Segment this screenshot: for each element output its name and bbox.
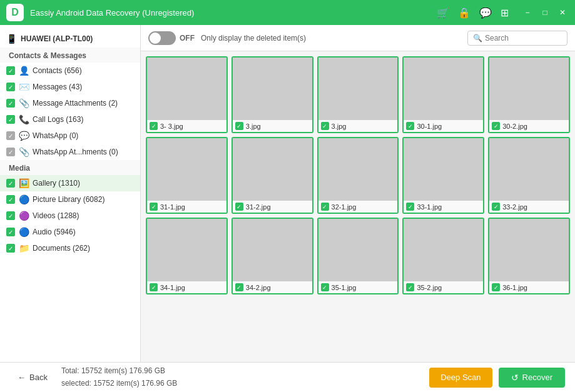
close-button[interactable]: ✕ [556, 6, 569, 19]
toolbar-icons: 🛒 🔒 💬 ⊞ [437, 7, 509, 19]
image-cell[interactable]: 33-2.jpg [488, 137, 570, 214]
image-checkbox[interactable] [235, 122, 243, 130]
checkbox-audio [6, 228, 15, 236]
back-arrow-icon: ← [18, 373, 26, 382]
image-checkbox[interactable] [492, 283, 500, 291]
toggle-thumb [150, 33, 161, 44]
recover-button[interactable]: ↺ Recover [499, 368, 565, 388]
section-contacts-messages: Contacts & Messages [0, 48, 140, 63]
titlebar: D Eassiy Android Data Recovery (Unregist… [0, 0, 575, 25]
image-checkbox[interactable] [406, 203, 414, 211]
minimize-button[interactable]: − [521, 6, 534, 19]
stats-info: Total: 15752 item(s) 176.96 GB selected:… [61, 365, 177, 389]
checkbox-documents [6, 244, 15, 253]
image-filename: 33-2.jpg [502, 203, 527, 211]
topbar: OFF Only display the deleted item(s) 🔍 [141, 25, 575, 51]
checkbox-videos [6, 211, 15, 220]
picture-library-icon: 🔵 [19, 194, 29, 204]
action-buttons: Deep Scan ↺ Recover [429, 368, 565, 388]
image-cell[interactable]: 31-2.jpg [232, 137, 313, 214]
sidebar-item-messages[interactable]: ✉️ Messages (43) [0, 79, 140, 95]
sidebar-item-picture-library[interactable]: 🔵 Picture Library (6082) [0, 191, 140, 208]
sidebar-item-msg-attachments[interactable]: 📎 Message Attachments (2) [0, 95, 140, 111]
sidebar-item-whatsapp[interactable]: 💬 WhatsApp (0) [0, 128, 140, 144]
image-cell[interactable]: 33-1.jpg [402, 137, 484, 214]
checkbox-contacts [6, 66, 15, 75]
image-cell[interactable]: 3.jpg [317, 56, 399, 133]
whatsapp-icon: 💬 [19, 131, 29, 141]
image-cell[interactable]: 35-2.jpg [402, 218, 484, 294]
phone-icon: 📱 [6, 34, 17, 44]
image-checkbox[interactable] [321, 283, 329, 291]
image-thumbnail [489, 58, 569, 120]
image-thumbnail [233, 219, 312, 281]
attachment-icon: 📎 [19, 98, 29, 108]
sidebar-item-gallery[interactable]: 🖼️ Gallery (1310) [0, 175, 140, 191]
image-cell[interactable]: 3.jpg [232, 56, 313, 133]
image-thumbnail [318, 58, 398, 120]
checkbox-whatsapp-attachments [6, 148, 15, 156]
image-cell[interactable]: 3- 3.jpg [146, 56, 228, 133]
image-cell[interactable]: 30-2.jpg [488, 56, 570, 133]
whatsapp-attachment-icon: 📎 [19, 147, 29, 157]
grid-icon[interactable]: ⊞ [501, 7, 509, 19]
image-cell[interactable]: 35-1.jpg [317, 218, 399, 294]
image-checkbox[interactable] [235, 203, 243, 211]
search-box[interactable]: 🔍 [467, 31, 567, 46]
sidebar-item-audio[interactable]: 🔵 Audio (5946) [0, 224, 140, 240]
image-checkbox[interactable] [235, 283, 243, 291]
image-checkbox[interactable] [492, 122, 500, 130]
image-thumbnail [404, 58, 483, 120]
image-cell[interactable]: 30-1.jpg [402, 56, 484, 133]
call-icon: 📞 [19, 114, 29, 124]
image-thumbnail [318, 219, 398, 281]
image-thumbnail [404, 219, 483, 281]
image-cell[interactable]: 34-2.jpg [232, 218, 313, 294]
image-filename: 31-1.jpg [160, 203, 185, 211]
toggle-track[interactable] [148, 31, 176, 45]
lock-icon[interactable]: 🔒 [458, 7, 471, 19]
image-checkbox[interactable] [150, 203, 158, 211]
app-title: Eassiy Android Data Recovery (Unregister… [30, 8, 437, 18]
maximize-button[interactable]: □ [539, 6, 551, 19]
checkbox-whatsapp [6, 131, 15, 140]
image-filename: 36-1.jpg [502, 284, 527, 291]
image-checkbox[interactable] [150, 283, 158, 291]
image-checkbox[interactable] [321, 122, 329, 130]
sidebar-item-documents[interactable]: 📁 Documents (262) [0, 240, 140, 256]
image-checkbox[interactable] [406, 283, 414, 291]
image-checkbox[interactable] [150, 122, 158, 130]
image-thumbnail [489, 138, 569, 201]
audio-icon: 🔵 [19, 227, 29, 237]
toggle-switch[interactable]: OFF [148, 31, 195, 45]
chat-icon[interactable]: 💬 [479, 7, 492, 19]
cart-icon[interactable]: 🛒 [437, 7, 449, 19]
image-grid: 3- 3.jpg3.jpg3.jpg30-1.jpg30-2.jpg31-1.j… [141, 51, 575, 362]
image-thumbnail [147, 138, 226, 201]
checkbox-call-logs [6, 115, 15, 124]
image-cell[interactable]: 31-1.jpg [146, 137, 228, 214]
image-filename: 35-2.jpg [417, 284, 442, 291]
sidebar-item-videos[interactable]: 🟣 Videos (1288) [0, 208, 140, 224]
image-thumbnail [318, 138, 398, 201]
search-input[interactable] [485, 34, 562, 43]
image-cell[interactable]: 36-1.jpg [488, 218, 570, 294]
deep-scan-button[interactable]: Deep Scan [429, 368, 492, 388]
image-filename: 34-2.jpg [246, 284, 271, 291]
videos-icon: 🟣 [19, 211, 29, 221]
image-checkbox[interactable] [321, 203, 329, 211]
image-checkbox[interactable] [492, 203, 500, 211]
sidebar-item-whatsapp-attachments[interactable]: 📎 WhatsApp At...hments (0) [0, 144, 140, 160]
sidebar-item-call-logs[interactable]: 📞 Call Logs (163) [0, 111, 140, 128]
image-cell[interactable]: 34-1.jpg [146, 218, 228, 294]
back-button[interactable]: ← Back [10, 369, 55, 386]
image-cell[interactable]: 32-1.jpg [317, 137, 399, 214]
image-thumbnail [147, 58, 226, 120]
total-stats: Total: 15752 item(s) 176.96 GB [61, 365, 177, 377]
contacts-icon: 👤 [19, 66, 29, 76]
image-filename: 3.jpg [246, 123, 261, 130]
device-row: 📱 HUAWEI (ALP-TL00) [0, 30, 140, 48]
image-checkbox[interactable] [406, 122, 414, 130]
image-filename: 3- 3.jpg [160, 123, 183, 130]
sidebar-item-contacts[interactable]: 👤 Contacts (656) [0, 63, 140, 79]
